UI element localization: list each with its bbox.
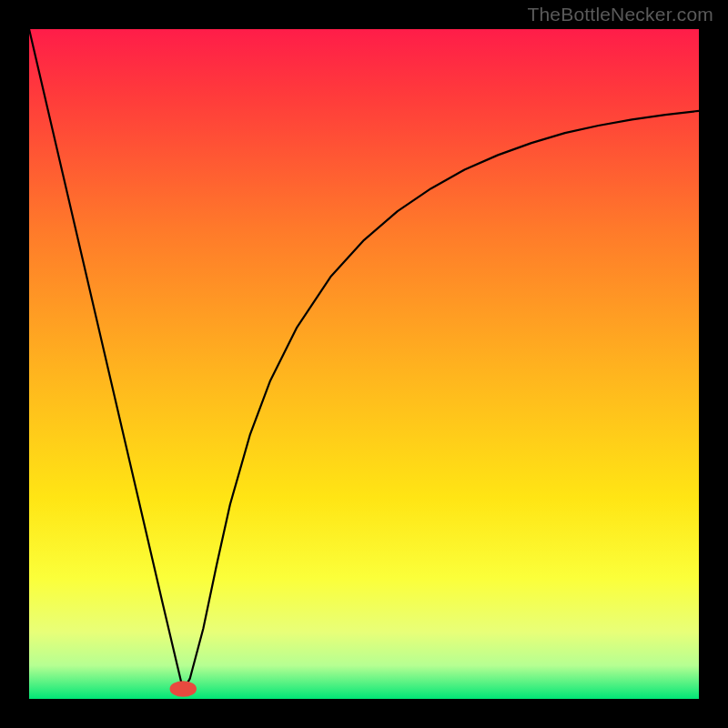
minimum-marker [170,681,197,697]
plot-svg [29,29,699,699]
watermark-text: TheBottleNecker.com [527,4,713,25]
chart-frame: TheBottleNecker.com [0,0,728,728]
plot-background [29,29,699,699]
